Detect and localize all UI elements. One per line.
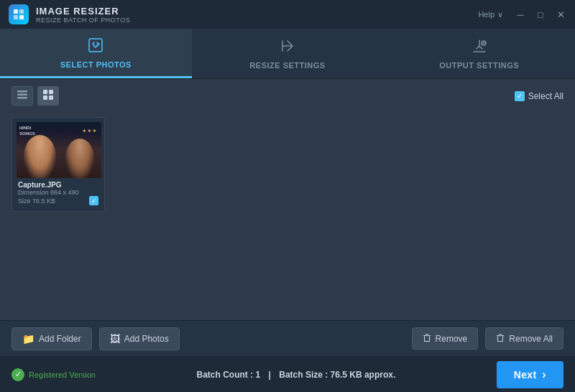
svg-rect-18 <box>499 334 502 335</box>
action-bar-right: Remove Remove All <box>412 327 564 350</box>
batch-divider: | <box>269 370 274 380</box>
svg-rect-20 <box>502 336 503 341</box>
svg-rect-21 <box>497 341 503 342</box>
output-settings-icon <box>471 37 488 58</box>
svg-rect-8 <box>43 90 47 94</box>
app-icon <box>9 4 29 24</box>
title-bar-right: Help ∨ ─ □ ✕ <box>478 9 566 20</box>
next-label: Next <box>514 369 537 381</box>
tab-output-settings[interactable]: OUTPUT SETTINGS <box>383 29 575 78</box>
photo-overlay-text: HINDISONGS <box>19 125 35 137</box>
remove-icon <box>423 333 431 344</box>
registered-badge: ✓ Registered Version <box>12 368 96 381</box>
close-button[interactable]: ✕ <box>555 9 566 20</box>
svg-rect-0 <box>14 9 18 14</box>
main-content: ✓ Select All HINDISONGS ✦✦✦ Ca <box>0 79 575 320</box>
view-toolbar: ✓ Select All <box>12 86 564 106</box>
svg-rect-11 <box>49 95 53 100</box>
tab-select-photos[interactable]: SELECT PHOTOS <box>0 29 192 78</box>
svg-rect-12 <box>423 335 431 336</box>
list-view-button[interactable] <box>12 86 33 106</box>
resize-settings-icon <box>279 37 296 58</box>
select-all-checkbox[interactable]: ✓ <box>515 91 525 101</box>
batch-count-label: Batch Count : <box>196 370 253 380</box>
window-controls: ─ □ ✕ <box>515 9 566 20</box>
remove-all-button[interactable]: Remove All <box>485 327 564 350</box>
svg-rect-13 <box>426 334 428 335</box>
photo-item-0[interactable]: HINDISONGS ✦✦✦ Capture.JPG Dimension 864… <box>12 117 105 212</box>
person-left <box>24 135 56 178</box>
view-buttons <box>12 86 59 106</box>
registered-label: Registered Version <box>29 370 96 379</box>
photo-thumbnail: HINDISONGS ✦✦✦ <box>17 122 101 178</box>
star-decoration: ✦✦✦ <box>82 128 97 134</box>
add-photos-label: Add Photos <box>124 334 169 344</box>
svg-rect-15 <box>429 336 430 341</box>
photo-dimension: Dimension 864 x 490 <box>18 189 98 196</box>
grid-view-button[interactable] <box>37 86 59 106</box>
app-subtitle: RESIZE BATCH OF PHOTOS <box>36 17 130 24</box>
next-arrow-icon: › <box>542 368 546 381</box>
batch-count-value: 1 <box>255 370 260 380</box>
svg-rect-3 <box>19 15 24 19</box>
batch-size-label: Batch Size : <box>279 370 328 380</box>
svg-rect-16 <box>424 341 430 342</box>
svg-rect-14 <box>424 336 425 341</box>
svg-rect-5 <box>17 90 27 93</box>
minimize-button[interactable]: ─ <box>515 9 526 20</box>
status-bar: ✓ Registered Version Batch Count : 1 | B… <box>0 356 575 392</box>
remove-button[interactable]: Remove <box>412 327 479 350</box>
photo-size-row: Size 76.5 KB ✓ <box>18 196 98 205</box>
svg-rect-9 <box>49 90 53 94</box>
tab-select-photos-label: SELECT PHOTOS <box>60 60 132 69</box>
person-right <box>65 139 94 178</box>
help-button[interactable]: Help ∨ <box>478 10 503 19</box>
list-view-icon <box>17 91 27 102</box>
svg-rect-2 <box>14 15 18 19</box>
title-bar: IMAGE RESIZER RESIZE BATCH OF PHOTOS Hel… <box>0 0 575 29</box>
remove-label: Remove <box>436 334 468 344</box>
add-folder-icon: 📁 <box>22 333 34 345</box>
app-title-block: IMAGE RESIZER RESIZE BATCH OF PHOTOS <box>36 6 130 24</box>
tab-output-settings-label: OUTPUT SETTINGS <box>439 61 519 70</box>
add-photos-button[interactable]: 🖼 Add Photos <box>99 327 180 350</box>
next-button[interactable]: Next › <box>497 361 564 388</box>
photo-info: Capture.JPG Dimension 864 x 490 Size 76.… <box>17 178 100 207</box>
photo-size: Size 76.5 KB <box>18 197 55 205</box>
registered-icon: ✓ <box>12 368 24 381</box>
photo-checkbox[interactable]: ✓ <box>89 196 98 205</box>
tab-resize-settings[interactable]: RESIZE SETTINGS <box>192 29 384 78</box>
app-title: IMAGE RESIZER <box>36 6 130 17</box>
svg-rect-10 <box>43 95 47 100</box>
grid-view-icon <box>43 91 53 102</box>
svg-rect-6 <box>17 94 27 96</box>
svg-rect-17 <box>497 335 504 336</box>
add-folder-label: Add Folder <box>39 334 81 344</box>
svg-rect-7 <box>17 97 27 99</box>
select-all-label: Select All <box>528 91 564 101</box>
tabs: SELECT PHOTOS RESIZE SETTINGS OUTPUT SET… <box>0 29 575 79</box>
photo-name: Capture.JPG <box>18 181 98 189</box>
tab-resize-settings-label: RESIZE SETTINGS <box>249 61 325 70</box>
batch-info: Batch Count : 1 | Batch Size : 76.5 KB a… <box>196 370 395 380</box>
action-bar: 📁 Add Folder 🖼 Add Photos Remove <box>0 320 575 356</box>
restore-button[interactable]: □ <box>535 9 546 20</box>
remove-all-icon <box>496 333 505 344</box>
help-chevron: ∨ <box>497 10 503 19</box>
select-all-area[interactable]: ✓ Select All <box>515 91 564 101</box>
photo-thumb-inner: HINDISONGS ✦✦✦ <box>17 122 101 178</box>
svg-rect-19 <box>497 336 498 341</box>
select-photos-icon <box>87 37 104 57</box>
add-photos-icon: 🖼 <box>110 333 120 345</box>
photo-grid: HINDISONGS ✦✦✦ Capture.JPG Dimension 864… <box>12 113 564 216</box>
remove-all-label: Remove All <box>509 334 553 344</box>
batch-size-value: 76.5 KB approx. <box>331 370 396 380</box>
help-label: Help <box>478 10 494 19</box>
title-bar-left: IMAGE RESIZER RESIZE BATCH OF PHOTOS <box>9 4 130 24</box>
svg-rect-1 <box>19 9 24 14</box>
add-folder-button[interactable]: 📁 Add Folder <box>12 327 92 350</box>
